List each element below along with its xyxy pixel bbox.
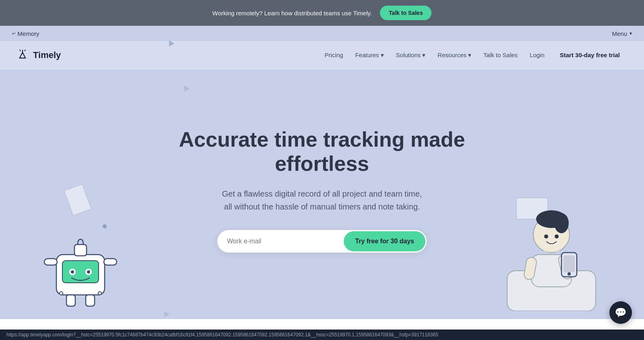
svg-line-2 bbox=[25, 50, 25, 51]
memory-logo: ⌐ Memory bbox=[12, 30, 39, 37]
start-trial-button[interactable]: Start 30-day free trial bbox=[552, 48, 628, 62]
solutions-chevron-icon: ▾ bbox=[422, 52, 425, 59]
svg-rect-12 bbox=[74, 245, 87, 256]
svg-point-24 bbox=[544, 234, 548, 238]
svg-point-23 bbox=[554, 213, 569, 233]
features-chevron-icon: ▾ bbox=[381, 52, 384, 59]
svg-point-18 bbox=[98, 292, 101, 295]
play-icon-top bbox=[184, 85, 190, 93]
svg-point-29 bbox=[568, 272, 571, 276]
nav-features[interactable]: Features ▾ bbox=[350, 48, 388, 62]
svg-line-1 bbox=[20, 50, 21, 51]
play-triangle-top bbox=[169, 40, 174, 48]
menu-label: Menu bbox=[612, 30, 627, 37]
nav-talk-sales[interactable]: Talk to Sales bbox=[479, 48, 522, 62]
svg-line-4 bbox=[23, 52, 25, 58]
svg-point-17 bbox=[60, 292, 63, 295]
timely-logo-icon bbox=[16, 49, 29, 62]
hero-content: Accurate time tracking made effortless G… bbox=[165, 128, 479, 253]
hero-section: Accurate time tracking made effortless G… bbox=[0, 69, 644, 319]
memory-logo-text: Memory bbox=[17, 30, 39, 37]
svg-point-11 bbox=[87, 270, 90, 274]
resources-chevron-icon: ▾ bbox=[468, 52, 471, 59]
banner-cta-button[interactable]: Talk to Sales bbox=[380, 6, 432, 20]
svg-point-10 bbox=[71, 270, 74, 274]
nav-pricing[interactable]: Pricing bbox=[320, 48, 348, 62]
nav-links: Pricing Features ▾ Solutions ▾ Resources… bbox=[320, 48, 628, 62]
hero-title: Accurate time tracking made effortless bbox=[165, 128, 479, 176]
svg-point-25 bbox=[555, 234, 559, 238]
svg-rect-7 bbox=[62, 261, 99, 283]
memory-logo-icon: ⌐ bbox=[12, 30, 16, 37]
robot-illustration bbox=[40, 218, 129, 319]
person-illustration bbox=[499, 190, 612, 319]
nav-resources[interactable]: Resources ▾ bbox=[433, 48, 476, 62]
play-icon-bottom bbox=[164, 311, 169, 319]
svg-line-3 bbox=[20, 52, 23, 58]
top-banner: Working remotely? Learn how distributed … bbox=[0, 0, 644, 26]
hero-subtitle: Get a flawless digital record of all pro… bbox=[165, 187, 479, 213]
menu-button[interactable]: Menu ▾ bbox=[612, 30, 632, 37]
chevron-down-icon: ▾ bbox=[630, 31, 632, 36]
main-nav: Timely Pricing Features ▾ Solutions ▾ Re… bbox=[0, 41, 644, 69]
email-form: Try free for 30 days bbox=[217, 230, 427, 253]
svg-rect-28 bbox=[564, 255, 575, 272]
try-free-button[interactable]: Try free for 30 days bbox=[344, 231, 425, 251]
banner-text: Working remotely? Learn how distributed … bbox=[213, 10, 372, 17]
svg-rect-14 bbox=[86, 295, 95, 306]
logo-link[interactable]: Timely bbox=[16, 49, 61, 62]
secondary-nav: ⌐ Memory Menu ▾ bbox=[0, 26, 644, 41]
logo-text: Timely bbox=[33, 50, 61, 60]
svg-rect-13 bbox=[66, 295, 75, 306]
nav-login[interactable]: Login bbox=[525, 48, 549, 62]
svg-rect-16 bbox=[104, 259, 117, 265]
deco-rect-1 bbox=[64, 183, 92, 216]
svg-rect-15 bbox=[44, 259, 57, 265]
chat-icon: 💬 bbox=[615, 307, 627, 318]
nav-solutions[interactable]: Solutions ▾ bbox=[391, 48, 431, 62]
email-input[interactable] bbox=[217, 230, 343, 253]
